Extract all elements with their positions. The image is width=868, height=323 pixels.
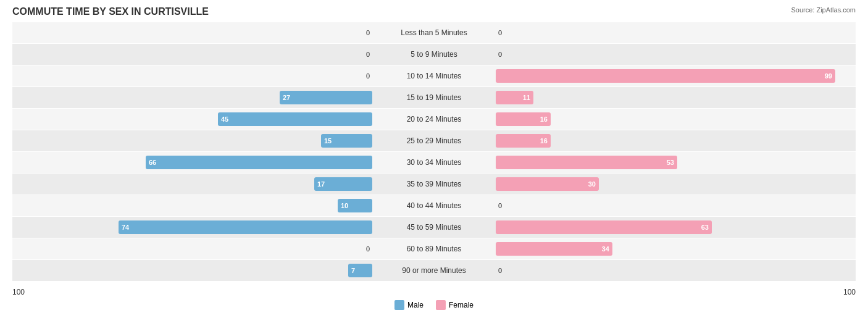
female-value: 0 [498, 51, 513, 58]
male-bar: 15 [321, 134, 372, 148]
legend-female: Female [436, 300, 474, 310]
row-label: 90 or more Minutes [372, 266, 496, 275]
male-value: 0 [355, 72, 370, 80]
chart-row: 1040 to 44 Minutes0 [12, 195, 856, 216]
male-value: 0 [355, 245, 370, 253]
chart-area: 0Less than 5 Minutes005 to 9 Minutes0010… [12, 22, 856, 288]
female-value: 0 [498, 29, 513, 36]
row-label: 35 to 39 Minutes [372, 180, 496, 188]
female-value: 0 [498, 267, 513, 274]
female-bar: 53 [496, 156, 677, 169]
female-value: 0 [498, 202, 513, 209]
female-bar: 11 [496, 91, 533, 104]
chart-row: 1735 to 39 Minutes30 [12, 174, 856, 195]
male-bar: 7 [348, 264, 372, 277]
row-label: Less than 5 Minutes [372, 28, 496, 37]
female-bar: 16 [496, 112, 551, 126]
female-bar: 34 [496, 242, 612, 256]
legend-female-box [436, 300, 446, 310]
legend-female-label: Female [449, 301, 474, 309]
male-bar: 27 [280, 91, 372, 104]
male-bar: 45 [218, 112, 372, 126]
female-bar: 16 [496, 134, 551, 148]
chart-row: 060 to 89 Minutes34 [12, 238, 856, 259]
legend: Male Female [12, 300, 856, 310]
row-label: 5 to 9 Minutes [372, 50, 496, 59]
chart-row: 05 to 9 Minutes0 [12, 44, 856, 65]
row-label: 15 to 19 Minutes [372, 93, 496, 102]
male-value: 0 [355, 29, 370, 36]
row-label: 30 to 34 Minutes [372, 158, 496, 167]
female-bar: 30 [496, 177, 599, 191]
chart-row: 7445 to 59 Minutes63 [12, 217, 856, 238]
male-value: 0 [355, 51, 370, 58]
axis-right: 100 [843, 288, 856, 296]
chart-row: 790 or more Minutes0 [12, 260, 856, 281]
chart-row: 010 to 14 Minutes99 [12, 65, 856, 86]
row-label: 60 to 89 Minutes [372, 245, 496, 253]
source-label: Source: ZipAtlas.com [791, 6, 856, 14]
male-bar: 10 [338, 199, 372, 212]
male-bar: 17 [314, 177, 372, 191]
chart-row: 2715 to 19 Minutes11 [12, 87, 856, 108]
axis-left: 100 [12, 288, 25, 296]
legend-male: Male [394, 300, 424, 310]
chart-row: 1525 to 29 Minutes16 [12, 130, 856, 151]
male-bar: 66 [146, 156, 372, 169]
row-label: 45 to 59 Minutes [372, 223, 496, 232]
chart-row: 0Less than 5 Minutes0 [12, 22, 856, 43]
row-label: 20 to 24 Minutes [372, 115, 496, 124]
female-bar: 99 [496, 69, 835, 83]
chart-row: 4520 to 24 Minutes16 [12, 109, 856, 130]
legend-male-label: Male [407, 301, 424, 309]
legend-male-box [394, 300, 404, 310]
chart-container: COMMUTE TIME BY SEX IN CURTISVILLE Sourc… [0, 0, 868, 323]
male-bar: 74 [119, 220, 372, 234]
row-label: 40 to 44 Minutes [372, 201, 496, 210]
chart-row: 6630 to 34 Minutes53 [12, 152, 856, 173]
female-bar: 63 [496, 220, 712, 234]
row-label: 10 to 14 Minutes [372, 72, 496, 80]
chart-title: COMMUTE TIME BY SEX IN CURTISVILLE [12, 6, 856, 17]
axis-labels: 100 100 [12, 288, 856, 298]
row-label: 25 to 29 Minutes [372, 136, 496, 145]
